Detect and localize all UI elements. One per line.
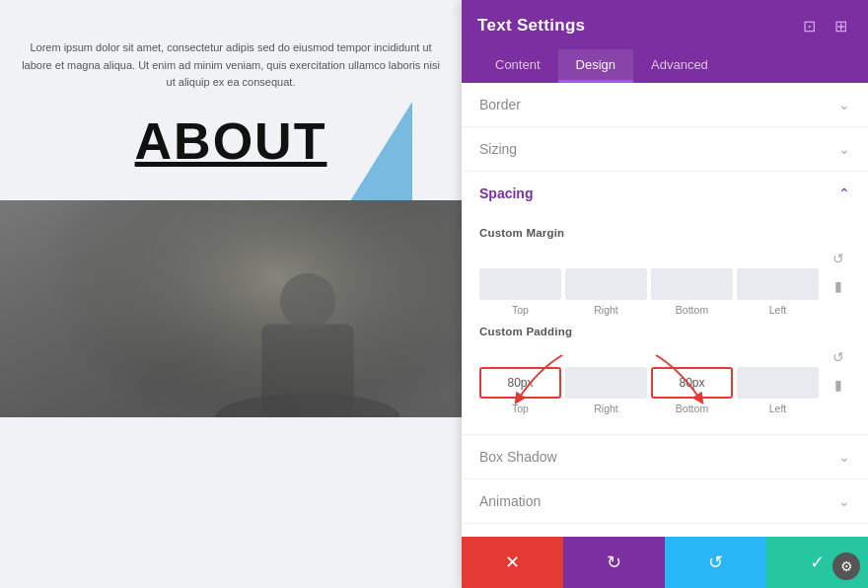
margin-top-input[interactable]	[479, 268, 561, 300]
margin-left-input[interactable]	[737, 268, 819, 300]
margin-reset-btn[interactable]: ↺	[827, 247, 850, 270]
margin-controls: ↺ ▮	[827, 247, 850, 316]
padding-inputs-row: Top Right Bottom Left ↺ ▮	[479, 345, 850, 414]
padding-bottom-col: Bottom	[651, 367, 733, 414]
padding-reset-btn[interactable]: ↺	[827, 345, 850, 369]
padding-left-label: Left	[769, 403, 787, 414]
cancel-button[interactable]: ✕	[462, 537, 563, 588]
margin-right-label: Right	[594, 304, 618, 316]
settings-corner-icon[interactable]: ⚙	[832, 552, 860, 580]
section-animation[interactable]: Animation ⌄	[462, 479, 868, 524]
lorem-text: Lorem ipsum dolor sit amet, consectetur …	[20, 39, 442, 92]
panel-title-row: Text Settings ⊡ ⊞	[477, 14, 852, 37]
about-section: ABOUT	[20, 111, 442, 171]
section-border-chevron: ⌄	[838, 97, 850, 112]
padding-top-col: Top	[479, 367, 561, 414]
panel-title: Text Settings	[477, 16, 585, 36]
padding-left-input[interactable]	[737, 367, 819, 399]
spacing-content: Custom Margin Top Right Bottom Left	[462, 215, 868, 435]
section-box-shadow-label: Box Shadow	[479, 449, 557, 465]
section-sizing-label: Sizing	[479, 141, 517, 157]
panel-footer: ✕ ↻ ↺ ✓	[462, 537, 868, 588]
svg-rect-3	[261, 324, 354, 416]
svg-point-4	[280, 273, 335, 329]
photo-block	[0, 200, 462, 417]
margin-inputs-row: Top Right Bottom Left ↺ ▮	[479, 247, 850, 316]
canvas-area: Lorem ipsum dolor sit amet, consectetur …	[0, 0, 462, 588]
padding-bottom-input[interactable]	[651, 367, 733, 399]
section-animation-chevron: ⌄	[838, 493, 850, 509]
padding-top-label: Top	[512, 403, 529, 414]
padding-right-label: Right	[594, 403, 618, 414]
padding-top-input[interactable]	[479, 367, 561, 399]
margin-device-btn[interactable]: ▮	[827, 274, 850, 298]
section-spacing-chevron: ⌃	[838, 185, 850, 201]
margin-bottom-label: Bottom	[676, 304, 708, 316]
section-animation-label: Animation	[479, 493, 541, 509]
padding-left-col: Left	[737, 367, 819, 414]
margin-left-label: Left	[769, 304, 787, 316]
margin-right-input[interactable]	[565, 268, 647, 300]
margin-top-col: Top	[479, 268, 561, 316]
panel-body: Border ⌄ Sizing ⌄ Spacing ⌃ Custom Margi…	[462, 83, 868, 537]
tab-design[interactable]: Design	[558, 49, 633, 83]
padding-right-input[interactable]	[565, 367, 647, 399]
section-box-shadow-chevron: ⌄	[838, 449, 850, 465]
custom-margin-label: Custom Margin	[479, 227, 850, 239]
panel-grid-icon[interactable]: ⊞	[829, 14, 852, 37]
margin-top-label: Top	[512, 304, 529, 316]
panel-icons: ⊡ ⊞	[797, 14, 852, 37]
section-border[interactable]: Border ⌄	[462, 83, 868, 127]
panel-resize-icon[interactable]: ⊡	[797, 14, 821, 37]
redo-button[interactable]: ↺	[665, 537, 766, 588]
margin-bottom-col: Bottom	[651, 268, 733, 316]
tab-content[interactable]: Content	[477, 49, 558, 83]
custom-padding-label: Custom Padding	[479, 326, 850, 337]
panel-header: Text Settings ⊡ ⊞ Content Design Advance…	[462, 0, 868, 83]
section-sizing-chevron: ⌄	[838, 141, 850, 157]
settings-panel: Text Settings ⊡ ⊞ Content Design Advance…	[462, 0, 868, 588]
margin-right-col: Right	[565, 268, 647, 316]
section-spacing-label: Spacing	[479, 185, 533, 201]
padding-controls: ↺ ▮	[827, 345, 850, 414]
margin-left-col: Left	[737, 268, 819, 316]
svg-rect-1	[0, 200, 462, 417]
section-spacing-header[interactable]: Spacing ⌃	[462, 172, 868, 215]
reset-button[interactable]: ↻	[563, 537, 665, 588]
padding-bottom-label: Bottom	[676, 403, 708, 414]
section-sizing[interactable]: Sizing ⌄	[462, 127, 868, 172]
section-box-shadow[interactable]: Box Shadow ⌄	[462, 435, 868, 479]
tab-advanced[interactable]: Advanced	[633, 49, 726, 83]
padding-device-btn[interactable]: ▮	[827, 373, 850, 397]
panel-tabs: Content Design Advanced	[477, 49, 852, 83]
about-title: ABOUT	[20, 111, 442, 171]
section-border-label: Border	[479, 97, 521, 112]
padding-right-col: Right	[565, 367, 647, 414]
margin-bottom-input[interactable]	[651, 268, 733, 300]
